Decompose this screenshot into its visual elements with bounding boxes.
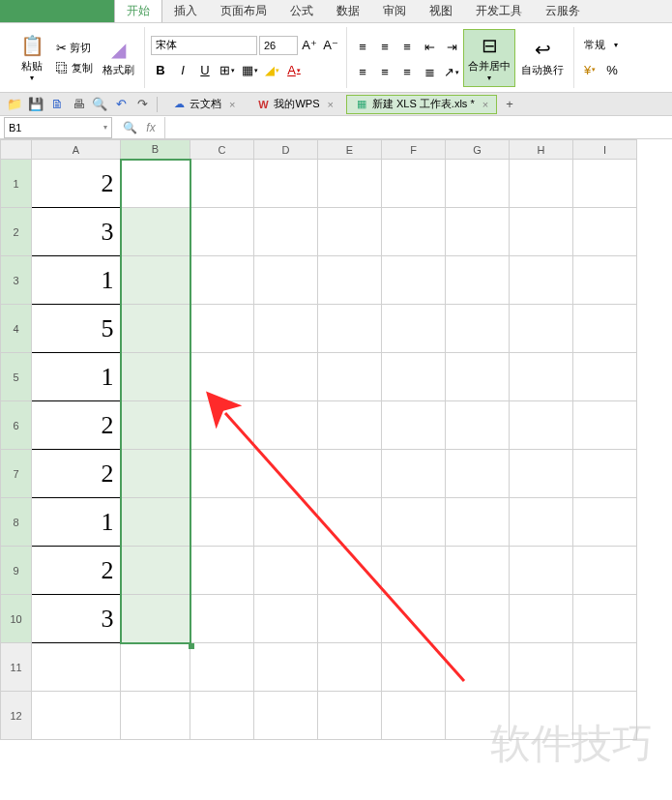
align-right-icon[interactable]: ≡ [397, 63, 417, 82]
cell-A5[interactable]: 1 [32, 353, 121, 401]
cell-E9[interactable] [318, 547, 382, 595]
cell-I4[interactable] [573, 305, 637, 353]
row-header-2[interactable]: 2 [1, 208, 32, 256]
align-left-icon[interactable]: ≡ [353, 63, 372, 82]
currency-icon[interactable]: ¥ [580, 60, 599, 79]
select-all-corner[interactable] [1, 140, 32, 160]
cell-D2[interactable] [254, 208, 318, 256]
close-icon[interactable]: × [482, 99, 488, 110]
align-center-icon[interactable]: ≡ [375, 63, 394, 82]
row-header-1[interactable]: 1 [1, 160, 32, 208]
cell-G10[interactable] [446, 595, 510, 643]
cell-B7[interactable] [121, 450, 190, 498]
cell-E7[interactable] [318, 450, 382, 498]
cell-B5[interactable] [121, 353, 190, 401]
cell-A7[interactable]: 2 [32, 450, 121, 498]
cell-B6[interactable] [121, 401, 190, 450]
cell-A3[interactable]: 1 [32, 256, 121, 305]
cell-C4[interactable] [190, 305, 254, 353]
cell-H6[interactable] [510, 401, 573, 450]
selection-handle[interactable] [189, 643, 194, 649]
menu-tab-insert[interactable]: 插入 [162, 0, 209, 22]
save-as-icon[interactable]: 🗎 [48, 96, 66, 113]
cell-A12[interactable] [32, 692, 121, 740]
col-header-D[interactable]: D [254, 140, 318, 160]
cell-B1[interactable] [121, 160, 190, 208]
spreadsheet-grid[interactable]: ABCDEFGHI1223314551627281921031112 [0, 139, 672, 740]
formula-input[interactable] [164, 117, 672, 138]
cell-I7[interactable] [573, 450, 637, 498]
row-header-4[interactable]: 4 [1, 305, 32, 353]
cell-G5[interactable] [446, 353, 510, 401]
align-top-icon[interactable]: ≡ [353, 38, 372, 57]
cell-C3[interactable] [190, 256, 254, 305]
paste-button[interactable]: 📋 粘贴 ▾ [14, 30, 50, 86]
open-icon[interactable]: 📁 [6, 96, 23, 113]
menu-tab-view[interactable]: 视图 [418, 0, 464, 22]
print-preview-icon[interactable]: 🔍 [91, 96, 108, 113]
col-header-A[interactable]: A [32, 140, 121, 160]
cell-B2[interactable] [121, 208, 190, 256]
cell-B12[interactable] [121, 692, 190, 740]
cell-F4[interactable] [382, 305, 446, 353]
cell-D12[interactable] [254, 692, 318, 740]
cell-G12[interactable] [446, 692, 510, 740]
cell-A4[interactable]: 5 [32, 305, 121, 353]
cell-G1[interactable] [446, 160, 510, 208]
decrease-indent-icon[interactable]: ⇤ [420, 38, 439, 57]
menu-tab-data[interactable]: 数据 [325, 0, 371, 22]
cell-F2[interactable] [382, 208, 446, 256]
cell-I11[interactable] [573, 643, 637, 692]
cut-button[interactable]: ✂剪切 [52, 39, 97, 57]
cell-C1[interactable] [190, 160, 254, 208]
cell-C6[interactable] [190, 401, 254, 450]
cell-I10[interactable] [573, 595, 637, 643]
cell-F5[interactable] [382, 353, 446, 401]
cell-F8[interactable] [382, 498, 446, 547]
close-icon[interactable]: × [229, 99, 235, 110]
add-tab-icon[interactable]: + [501, 96, 518, 113]
col-header-F[interactable]: F [382, 140, 446, 160]
name-box[interactable]: B1 ▾ [4, 117, 112, 138]
cell-E8[interactable] [318, 498, 382, 547]
cell-E4[interactable] [318, 305, 382, 353]
cell-A1[interactable]: 2 [32, 160, 121, 208]
menu-tab-review[interactable]: 审阅 [371, 0, 418, 22]
cell-G4[interactable] [446, 305, 510, 353]
cell-G7[interactable] [446, 450, 510, 498]
cell-I2[interactable] [573, 208, 637, 256]
italic-button[interactable]: I [173, 61, 192, 80]
cell-H7[interactable] [510, 450, 573, 498]
number-format-select[interactable]: 常规▾ [580, 36, 622, 54]
row-header-12[interactable]: 12 [1, 692, 32, 740]
cell-G6[interactable] [446, 401, 510, 450]
cell-H11[interactable] [510, 643, 573, 692]
col-header-C[interactable]: C [190, 140, 254, 160]
doc-tab-cloud[interactable]: ☁ 云文档 × [163, 95, 244, 114]
col-header-E[interactable]: E [318, 140, 382, 160]
cell-D4[interactable] [254, 305, 318, 353]
col-header-G[interactable]: G [446, 140, 510, 160]
cell-D11[interactable] [254, 643, 318, 692]
cell-E10[interactable] [318, 595, 382, 643]
cell-D9[interactable] [254, 547, 318, 595]
cell-F6[interactable] [382, 401, 446, 450]
row-header-5[interactable]: 5 [1, 353, 32, 401]
cell-G8[interactable] [446, 498, 510, 547]
cell-G2[interactable] [446, 208, 510, 256]
cell-G9[interactable] [446, 547, 510, 595]
decrease-font-icon[interactable]: A⁻ [321, 36, 340, 55]
cell-D6[interactable] [254, 401, 318, 450]
bold-button[interactable]: B [151, 61, 170, 80]
cell-E12[interactable] [318, 692, 382, 740]
cell-B3[interactable] [121, 256, 190, 305]
doc-tab-workbook[interactable]: ▦ 新建 XLS 工作表.xls * × [346, 95, 497, 114]
row-header-7[interactable]: 7 [1, 450, 32, 498]
align-middle-icon[interactable]: ≡ [375, 38, 394, 57]
increase-font-icon[interactable]: A⁺ [300, 36, 319, 55]
cell-shading-button[interactable]: ▦ [240, 61, 259, 80]
cell-A10[interactable]: 3 [32, 595, 121, 643]
col-header-B[interactable]: B [121, 140, 190, 160]
fill-color-button[interactable]: ◢ [262, 61, 281, 80]
cell-A2[interactable]: 3 [32, 208, 121, 256]
